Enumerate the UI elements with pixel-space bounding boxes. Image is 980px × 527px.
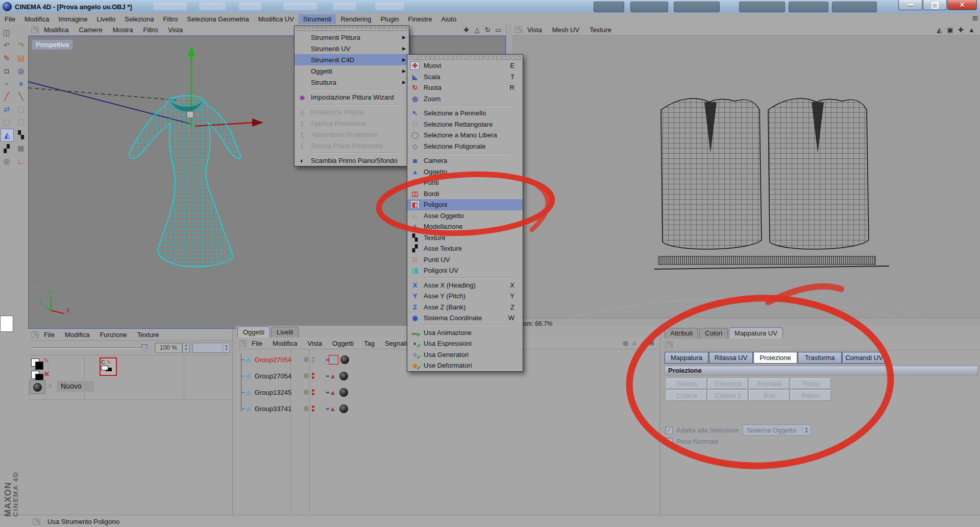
projection-button-riduci[interactable]: Riduci [791,390,831,401]
zoom-tool-icon[interactable]: ◎ [15,65,27,77]
menu-item-zoom[interactable]: ◎Zoom [407,93,523,105]
menu-item-punti[interactable]: ∷Punti [407,177,523,188]
coordinate-system-dropdown[interactable]: Sistema Oggetto ▲▼ [743,424,811,436]
menu-item-modellazione[interactable]: ◭Modellazione [407,221,523,232]
fit-selection-checkbox[interactable]: ✓ [665,426,673,434]
menu-item-selezione-a-pennello[interactable]: ↖Selezione a Pennello [407,108,523,119]
menu-item-ruota[interactable]: ↻RuotaR [407,82,523,93]
menu-item-asse-x-heading[interactable]: XAsse X (Heading)X [407,280,523,291]
render-visibility-dots[interactable] [312,355,314,364]
material-thumbnail[interactable] [29,380,45,394]
subtab-rilassa-uv[interactable]: Rilassa UV [709,352,753,364]
menu-item-proiezione-pittura[interactable]: ξProiezione Pittura [295,106,409,117]
menu-item-impostazione-pittura-wizard[interactable]: ◈Impostazione Pittura Wizard [295,91,409,103]
objects-menu-modifica[interactable]: Modifica [267,339,302,348]
menu-item-abbandona-proiezione[interactable]: ξAbbandona Proiezione [295,129,409,140]
phong-tag-icon[interactable]: ▲ [329,355,338,365]
render-visibility-dots[interactable] [312,372,314,380]
subtab-proiezione[interactable]: Proiezione [753,352,797,364]
menu-seleziona-geometria[interactable]: Seleziona Geometria [182,14,253,24]
menu-seleziona[interactable]: Seleziona [120,14,158,24]
viewport-menu-camere[interactable]: Camere [74,26,107,34]
visibility-icon[interactable]: ◌ [639,340,647,347]
menu-item-selezione-a-mano-libera[interactable]: ◯Selezione a Mano Libera [407,130,523,141]
texture-menu-texture[interactable]: Texture [584,26,617,34]
zoom-icon[interactable]: ◎ [622,340,629,347]
texture-menu-vista[interactable]: Vista [522,26,547,34]
stamp-icon[interactable]: ◘ [1,65,13,77]
subtab-mappatura[interactable]: Mappatura [665,352,708,364]
menu-item-camera[interactable]: ◙Camera [407,155,523,166]
menu-immagine[interactable]: Immagine [54,14,92,24]
menu-item-strumenti-pittura[interactable]: Strumenti Pittura▶ [295,32,409,43]
projection-button-piatta[interactable]: Piatta [791,378,831,389]
menu-item-oggetto[interactable]: ▲Oggetto [407,166,523,178]
texture-menu-mesh-uv[interactable]: Mesh UV [547,26,584,34]
tear-off-strip[interactable] [296,27,407,31]
viewport-menu-vista[interactable]: Vista [163,26,188,34]
menu-plugin[interactable]: Plugin [376,14,403,24]
rotate-icon[interactable]: ↻ [482,26,493,34]
gray-slot-icon-3[interactable]: ▢ [15,116,27,128]
render-visibility-dots[interactable] [312,404,314,413]
magic-pencil-icon[interactable]: ✎ [1,52,13,64]
menu-modifica-uv[interactable]: Modifica UV [254,14,299,24]
menu-item-scala[interactable]: ◣ScalaT [407,71,523,83]
view-toggle-icon[interactable]: ▭ [493,26,504,34]
menu-item-struttura[interactable]: Struttura▶ [295,77,409,88]
tear-off-strip[interactable] [409,56,521,60]
projection-button-frontale[interactable]: Frontale [749,378,790,389]
subtab-trasforma[interactable]: Trasforma [798,352,842,364]
tab-attributi[interactable]: Attributi [665,328,698,339]
menu-item-selezione-rettangolare[interactable]: □Selezione Rettangolare [407,119,523,130]
color-palette-icon[interactable]: ▤ [15,52,27,64]
viewport-label[interactable]: Prospettiva [32,40,72,50]
floating-color-swatch[interactable] [0,316,13,332]
materials-menu-texture[interactable]: Texture [132,330,164,339]
phong-tag-icon[interactable]: ▲ [329,404,337,413]
home-icon[interactable]: ⌂ [630,340,638,347]
menu-item-usa-animazione[interactable]: ▬✔Usa Animazione [407,327,523,339]
editor-visibility-dot[interactable] [304,406,309,411]
opacity-value-field[interactable]: 100 % [155,343,182,353]
viewport-menu-mostra[interactable]: Mostra [108,26,138,34]
menu-item-scambia-primo-piano-sfondo[interactable]: ◐Scambia Primo Piano/Sfondo [295,155,409,166]
tab-colori[interactable]: Colori [699,328,728,339]
opacity-slider-handle[interactable] [141,344,148,351]
object-name[interactable]: Group27054 [255,356,291,364]
menu-item-poligoni-uv[interactable]: ◨Poligoni UV [407,265,523,276]
tab-livelli[interactable]: Livelli [271,327,299,338]
swap-arrows-icon[interactable]: ⇄ [1,103,13,115]
menu-item-sistema-coordinate[interactable]: ◉Sistema CoordinateW [407,313,523,324]
object-name[interactable]: Group13245 [255,389,291,396]
scale-icon[interactable]: ▲ [966,26,977,34]
menu-item-texture[interactable]: ▚Texture [407,232,523,244]
restore-button[interactable] [923,0,947,10]
objects-menu-tag[interactable]: Tag [359,339,380,348]
objects-menu-vista[interactable]: Vista [302,339,327,348]
menu-item-strumenti-c4d[interactable]: Strumenti C4D▶ [295,54,409,65]
gray-slot-icon-2[interactable]: ▢ [1,116,13,128]
object-row[interactable]: ▲ Group33741 ●● ▲ [236,400,659,417]
material-tag-icon[interactable] [339,372,348,380]
paint-brush-icon[interactable]: ╱ [1,90,13,102]
menu-item-applica-proiezione[interactable]: ξApplica Proiezione [295,117,409,129]
magic-wand-icon[interactable]: ∗ [15,78,27,89]
material-tag-icon[interactable] [340,355,349,364]
scale-icon[interactable]: △ [472,26,482,34]
add-icon[interactable]: ⊞ [648,340,655,347]
menu-item-bordi[interactable]: ◫Bordi [407,188,523,200]
menu-item-stacca-piano-proiezione[interactable]: ξStacca Piano Proiezione [295,140,409,151]
channel-thumbnail[interactable]: C.✎ [100,357,117,376]
close-button[interactable]: ✕ [947,0,977,10]
drag-handle-icon[interactable] [239,340,247,347]
materials-menu-modifica[interactable]: Modifica [60,330,94,339]
marquee-select-icon[interactable]: ▫ [1,78,13,89]
drag-handle-icon[interactable] [514,27,522,33]
lock-icon[interactable]: ▣ [945,26,955,34]
knife-tool-icon[interactable]: ╲ [15,90,27,102]
viewport-menu-filtro[interactable]: Filtro [138,26,163,34]
object-row[interactable]: ▲ Group13245 ●● ▲ [236,384,659,400]
axis-tool-icon[interactable]: ∟ [15,155,27,167]
projection-button-cubica-2[interactable]: Cubica 2 [708,390,748,401]
